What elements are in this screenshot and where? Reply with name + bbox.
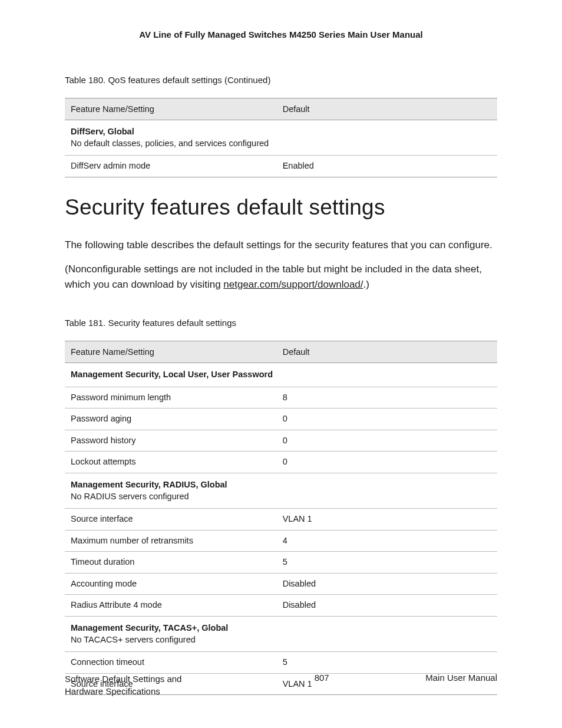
paragraph-text: .)	[363, 279, 369, 290]
table-row: Password minimum length8	[65, 387, 497, 409]
section-title: Management Security, Local User, User Pa…	[71, 370, 273, 379]
page-number: 807	[315, 673, 329, 683]
default-cell: 5	[277, 552, 497, 574]
default-cell: Disabled	[277, 573, 497, 595]
table-row: Feature Name/Setting Default	[65, 341, 497, 363]
feature-cell: Password minimum length	[65, 387, 277, 409]
table-row: Lockout attempts0	[65, 452, 497, 473]
feature-cell: Maximum number of retransmits	[65, 530, 277, 552]
table-180: Feature Name/Setting Default DiffServ, G…	[65, 98, 497, 177]
table-row: Timeout duration5	[65, 552, 497, 574]
table-row: Source interfaceVLAN 1	[65, 509, 497, 531]
table-row: Management Security, RADIUS, Global No R…	[65, 473, 497, 509]
default-cell: 0	[277, 452, 497, 473]
default-cell: 4	[277, 530, 497, 552]
footer-left: Software Default Settings and Hardware S…	[65, 673, 218, 697]
default-cell: Disabled	[277, 595, 497, 617]
body-paragraph: (Nonconfigurable settings are not includ…	[65, 262, 497, 292]
default-cell: 5	[277, 652, 497, 674]
column-header-feature: Feature Name/Setting	[65, 341, 277, 363]
column-header-default: Default	[277, 341, 497, 363]
table-row: Password history0	[65, 430, 497, 452]
default-cell: 0	[277, 430, 497, 452]
body-paragraph: The following table describes the defaul…	[65, 238, 497, 253]
section-title: Management Security, TACAS+, Global	[71, 623, 228, 633]
section-title: Management Security, RADIUS, Global	[71, 480, 227, 489]
feature-cell: Lockout attempts	[65, 452, 277, 473]
table-row: Management Security, TACAS+, Global No T…	[65, 616, 497, 651]
section-heading-cell: Management Security, Local User, User Pa…	[65, 363, 497, 387]
feature-cell: Password history	[65, 430, 277, 452]
feature-cell: Source interface	[65, 509, 277, 531]
footer-right: Main User Manual	[425, 673, 497, 683]
page-footer: Software Default Settings and Hardware S…	[65, 673, 497, 697]
column-header-feature: Feature Name/Setting	[65, 98, 277, 120]
table-180-caption: Table 180. QoS features default settings…	[65, 75, 497, 85]
section-heading-cell: Management Security, RADIUS, Global No R…	[65, 473, 497, 509]
default-cell: Enabled	[277, 156, 497, 177]
table-row: DiffServ admin mode Enabled	[65, 156, 497, 177]
section-heading: Security features default settings	[65, 195, 497, 220]
table-row: Management Security, Local User, User Pa…	[65, 363, 497, 387]
table-row: DiffServ, Global No default classes, pol…	[65, 120, 497, 156]
support-link[interactable]: netgear.com/support/download/	[223, 279, 363, 290]
feature-cell: Timeout duration	[65, 552, 277, 574]
section-heading-cell: Management Security, TACAS+, Global No T…	[65, 616, 497, 651]
table-row: Accounting modeDisabled	[65, 573, 497, 595]
feature-cell: Radius Attribute 4 mode	[65, 595, 277, 617]
default-cell: 8	[277, 387, 497, 409]
default-cell: VLAN 1	[277, 509, 497, 531]
section-subtitle: No default classes, policies, and servic…	[71, 139, 269, 148]
table-181: Feature Name/Setting Default Management …	[65, 341, 497, 695]
table-row: Connection timeout5	[65, 652, 497, 674]
feature-cell: Connection timeout	[65, 652, 277, 674]
section-heading-cell: DiffServ, Global No default classes, pol…	[65, 120, 497, 156]
table-181-caption: Table 181. Security features default set…	[65, 318, 497, 328]
default-cell: 0	[277, 409, 497, 430]
section-title: DiffServ, Global	[71, 127, 134, 136]
column-header-default: Default	[277, 98, 497, 120]
feature-cell: DiffServ admin mode	[65, 156, 277, 177]
section-subtitle: No RADIUS servers configured	[71, 492, 189, 501]
table-row: Maximum number of retransmits4	[65, 530, 497, 552]
feature-cell: Accounting mode	[65, 573, 277, 595]
table-row: Feature Name/Setting Default	[65, 98, 497, 120]
section-subtitle: No TACACS+ servers configured	[71, 635, 196, 644]
table-row: Radius Attribute 4 modeDisabled	[65, 595, 497, 617]
page-header-title: AV Line of Fully Managed Switches M4250 …	[65, 29, 497, 39]
table-row: Password aging0	[65, 409, 497, 430]
feature-cell: Password aging	[65, 409, 277, 430]
